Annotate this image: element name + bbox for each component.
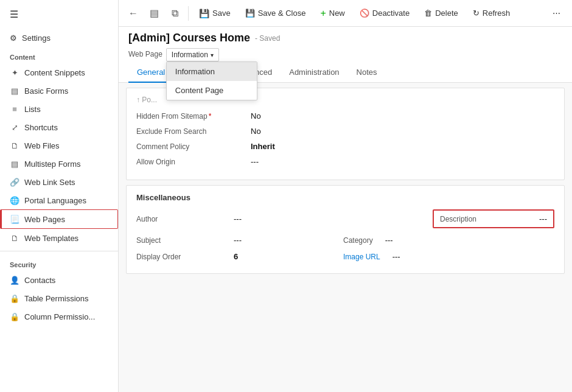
sidebar-item-table-permissions[interactable]: 🔒 Table Permissions — [0, 289, 118, 307]
sidebar-item-label: Web Templates — [24, 234, 78, 243]
save-close-label: Save & Close — [258, 9, 306, 18]
page-icon: ▤ — [150, 7, 159, 19]
deactivate-button[interactable]: 🚫 Deactivate — [353, 5, 416, 21]
sidebar-item-label: Portal Languages — [24, 196, 86, 205]
sidebar-item-multistep-forms[interactable]: ▤ Multistep Forms — [0, 155, 118, 173]
open-button[interactable]: ⧉ — [165, 4, 184, 23]
page-title: [Admin] Courses Home — [128, 32, 250, 44]
sidebar-item-web-link-sets[interactable]: 🔗 Web Link Sets — [0, 173, 118, 191]
refresh-icon: ↻ — [473, 9, 480, 18]
field-comment-policy: Comment Policy Inherit — [136, 142, 554, 151]
sidebar-item-content-snippets[interactable]: ✦ Content Snippets — [0, 63, 118, 82]
table-permissions-icon: 🔒 — [10, 293, 19, 303]
sidebar-item-label: Basic Forms — [24, 86, 68, 96]
misc-row-3: Display Order 6 Image URL --- — [136, 252, 554, 261]
sidebar-settings[interactable]: ⚙ Settings — [0, 29, 118, 47]
toolbar: ← ▤ ⧉ 💾 Save 💾 Save & Close + New 🚫 Deac… — [119, 0, 572, 27]
sidebar-item-column-permissions[interactable]: 🔒 Column Permissio... — [0, 307, 118, 326]
field-label-exclude: Exclude From Search — [136, 127, 246, 136]
image-url-label[interactable]: Image URL — [343, 253, 380, 261]
sidebar-item-label: Lists — [24, 105, 41, 114]
misc-value-category: --- — [385, 236, 393, 245]
content-area: ↑ Po... Hidden From Sitemap* No Exclude … — [119, 83, 572, 392]
web-templates-icon: 🗋 — [10, 233, 19, 243]
misc-description-field: Description --- — [343, 209, 554, 228]
sidebar-item-web-templates[interactable]: 🗋 Web Templates — [0, 229, 118, 247]
page-header: [Admin] Courses Home - Saved Web Page In… — [119, 27, 572, 61]
misc-value-author: --- — [234, 214, 343, 223]
save-close-icon: 💾 — [245, 9, 255, 18]
description-label: Description — [440, 215, 476, 223]
dropdown-item-information[interactable]: Information — [167, 62, 257, 81]
more-button[interactable]: ⋯ — [546, 5, 567, 21]
tab-notes[interactable]: Notes — [348, 63, 386, 83]
section-divider — [0, 251, 118, 251]
webpage-dropdown-button[interactable]: Information ▾ — [166, 48, 219, 61]
save-icon: 💾 — [199, 9, 209, 18]
sidebar-item-portal-languages[interactable]: 🌐 Portal Languages — [0, 191, 118, 209]
sidebar-item-contacts[interactable]: 👤 Contacts — [0, 271, 118, 289]
sidebar-item-label: Table Permissions — [24, 294, 89, 303]
webpage-dropdown-menu: Information Content Page — [166, 61, 257, 100]
save-label: Save — [212, 9, 231, 18]
save-button[interactable]: 💾 Save — [192, 5, 237, 22]
sidebar-settings-label: Settings — [22, 33, 51, 43]
new-button[interactable]: + New — [313, 4, 351, 23]
misc-category-area: Category --- — [343, 236, 554, 245]
field-value-hidden: No — [251, 111, 261, 121]
field-exclude-from-search: Exclude From Search No — [136, 127, 554, 136]
new-label: New — [329, 9, 345, 18]
column-permissions-icon: 🔒 — [10, 312, 19, 321]
misc-value-image-url: --- — [392, 252, 400, 261]
field-value-comment: Inherit — [251, 142, 275, 151]
more-icon: ⋯ — [553, 9, 560, 18]
contacts-icon: 👤 — [10, 275, 19, 285]
webpage-dropdown[interactable]: Information ▾ Information Content Page — [166, 48, 219, 61]
page-view-button[interactable]: ▤ — [144, 4, 164, 23]
sidebar-item-label: Content Snippets — [24, 68, 85, 77]
misc-image-url-area: Image URL --- — [343, 252, 554, 261]
misc-label-subject: Subject — [136, 236, 234, 245]
delete-icon: 🗑 — [424, 9, 432, 18]
main-content: ← ▤ ⧉ 💾 Save 💾 Save & Close + New 🚫 Deac… — [119, 0, 572, 392]
deactivate-label: Deactivate — [372, 9, 410, 18]
lists-icon: ≡ — [10, 104, 19, 114]
multistep-forms-icon: ▤ — [10, 159, 19, 169]
field-label-hidden: Hidden From Sitemap* — [136, 112, 246, 121]
refresh-button[interactable]: ↻ Refresh — [466, 5, 517, 21]
delete-label: Delete — [435, 9, 458, 18]
field-label-allow-origin: Allow Origin — [136, 158, 246, 166]
sidebar-item-basic-forms[interactable]: ▤ Basic Forms — [0, 82, 118, 100]
sidebar-item-lists[interactable]: ≡ Lists — [0, 100, 118, 118]
sidebar-item-label: Column Permissio... — [24, 312, 95, 321]
delete-button[interactable]: 🗑 Delete — [417, 5, 465, 21]
tab-administration[interactable]: Administration — [281, 63, 347, 83]
misc-label-category: Category — [343, 236, 373, 245]
sidebar: ☰ ⚙ Settings Content ✦ Content Snippets … — [0, 0, 119, 392]
shortcuts-icon: ⤢ — [10, 122, 19, 132]
back-icon: ← — [128, 8, 138, 19]
sidebar-item-shortcuts[interactable]: ⤢ Shortcuts — [0, 118, 118, 136]
sidebar-item-label: Contacts — [24, 276, 55, 285]
portal-languages-icon: 🌐 — [10, 195, 19, 205]
dropdown-item-content-page[interactable]: Content Page — [167, 81, 257, 100]
save-close-button[interactable]: 💾 Save & Close — [239, 5, 313, 21]
back-button[interactable]: ← — [124, 4, 143, 23]
content-section-header: Content — [0, 47, 118, 63]
sidebar-item-label: Web Pages — [24, 215, 65, 224]
field-allow-origin: Allow Origin --- — [136, 157, 554, 166]
misc-value-display-order: 6 — [234, 252, 343, 261]
description-field-highlighted[interactable]: Description --- — [433, 209, 554, 228]
new-icon: + — [320, 8, 326, 19]
field-value-allow-origin: --- — [251, 157, 259, 166]
sidebar-item-web-pages[interactable]: 📃 Web Pages — [0, 209, 118, 229]
misc-value-subject: --- — [234, 236, 343, 245]
hamburger-icon[interactable]: ☰ — [0, 0, 118, 29]
form-section-misc: Miscellaneous Author --- Description --- — [126, 185, 565, 274]
misc-label-author: Author — [136, 214, 234, 223]
sidebar-item-web-files[interactable]: 🗋 Web Files — [0, 136, 118, 155]
webpage-row: Web Page Information ▾ Information Conte… — [128, 48, 562, 61]
sidebar-item-label: Shortcuts — [24, 123, 58, 132]
required-indicator: * — [209, 112, 212, 121]
content-snippets-icon: ✦ — [10, 68, 19, 77]
